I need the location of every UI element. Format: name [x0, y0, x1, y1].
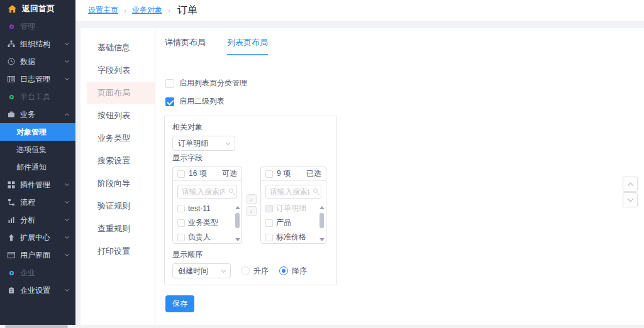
- sublist-config-box: 相关对象 订单明细 显示字段 16 项 可选: [164, 116, 337, 285]
- scroll-up-icon[interactable]: [235, 206, 240, 209]
- enable-category-checkbox[interactable]: 启用列表页分类管理: [165, 78, 644, 89]
- chevron-up-icon: [628, 183, 634, 189]
- sidebar-item-label: 流程: [20, 197, 35, 208]
- available-search-input[interactable]: [177, 185, 237, 199]
- settings-menu: 基础信息 字段列表 页面布局 按钮列表 业务类型 搜索设置 阶段向导 验证规则 …: [80, 28, 155, 325]
- move-right-button[interactable]: ›: [247, 194, 257, 204]
- scroll-down-icon[interactable]: [319, 238, 325, 241]
- scrollbar-thumb[interactable]: [319, 213, 324, 228]
- sidebar-item-label: 用户界面: [20, 250, 50, 261]
- scrollbar-thumb[interactable]: [235, 213, 240, 228]
- sidebar-item-plugin-management[interactable]: 插件管理: [0, 176, 75, 194]
- select-all-checkbox[interactable]: [177, 170, 185, 178]
- chevron-down-icon: [628, 196, 634, 202]
- radio-icon[interactable]: [241, 266, 250, 275]
- sidebar-item-object-management[interactable]: 对象管理: [0, 123, 75, 141]
- scroll-up-icon[interactable]: [319, 206, 325, 209]
- sidebar-item-process[interactable]: 流程: [0, 194, 75, 211]
- chevron-down-icon: [226, 141, 230, 145]
- item-checkbox[interactable]: [177, 205, 185, 212]
- tab-detail-page-layout[interactable]: 详情页布局: [165, 37, 206, 55]
- descending-radio[interactable]: 降序: [279, 266, 307, 276]
- available-header: 16 项 可选: [173, 167, 242, 181]
- menu-item-validation-rules[interactable]: 验证规则: [80, 195, 155, 217]
- sidebar-item-admin[interactable]: 管理: [0, 18, 75, 35]
- menu-item-dedup-rules[interactable]: 查重规则: [80, 217, 155, 240]
- related-object-select[interactable]: 订单明细: [172, 136, 235, 151]
- ascending-radio[interactable]: 升序: [241, 266, 269, 276]
- list-item-disabled: 订单明细: [265, 201, 318, 216]
- chevron-down-icon: [65, 287, 69, 292]
- sidebar-item-business[interactable]: 业务: [0, 106, 75, 123]
- breadcrumb-link-business-object[interactable]: 业务对象: [132, 5, 162, 16]
- chevron-down-icon: [221, 268, 226, 273]
- chevron-down-icon: [65, 182, 69, 186]
- list-item[interactable]: 产品: [265, 216, 318, 230]
- item-checkbox[interactable]: [265, 219, 273, 227]
- list-item[interactable]: 负责人: [177, 230, 234, 244]
- tab-list-page-layout[interactable]: 列表页布局: [227, 37, 268, 55]
- menu-item-stage-wizard[interactable]: 阶段向导: [80, 172, 155, 195]
- menu-item-business-type[interactable]: 业务类型: [80, 127, 155, 150]
- data-clock-icon: [8, 58, 15, 65]
- sidebar-item-org-structure[interactable]: 组织结构: [0, 35, 75, 53]
- list-item[interactable]: 标准价格: [265, 230, 318, 244]
- sidebar-item-data[interactable]: 数据: [0, 53, 75, 70]
- sidebar-item-extension-center[interactable]: 扩展中心: [0, 229, 75, 246]
- scrollbar-thumb[interactable]: [5, 325, 68, 328]
- chevron-down-icon: [65, 234, 69, 239]
- sidebar-item-label: 企业设置: [20, 285, 50, 296]
- menu-item-page-layout[interactable]: 页面布局: [87, 82, 155, 104]
- sidebar-item-label: 组织结构: [20, 39, 50, 50]
- sidebar-item-log-management[interactable]: 日志管理: [0, 70, 75, 88]
- select-all-checkbox[interactable]: [265, 170, 273, 178]
- display-order-select[interactable]: 创建时间: [172, 263, 231, 278]
- sidebar-item-email-notification[interactable]: 邮件通知: [0, 158, 75, 176]
- sidebar-item-enterprise-settings[interactable]: 企业设置: [0, 282, 75, 299]
- available-scrollbar[interactable]: [234, 205, 241, 243]
- menu-item-basic-info[interactable]: 基础信息: [80, 36, 155, 59]
- sidebar-item-enterprise[interactable]: 企业: [0, 264, 75, 282]
- item-checkbox[interactable]: [265, 234, 273, 241]
- chevron-down-icon: [65, 41, 69, 45]
- item-checkbox[interactable]: [177, 219, 185, 227]
- sidebar-item-label: 日志管理: [20, 74, 50, 85]
- sidebar-item-user-interface[interactable]: 用户界面: [0, 246, 75, 264]
- ring-icon: [8, 93, 15, 101]
- item-checkbox[interactable]: [177, 234, 185, 241]
- enable-sublist-checkbox[interactable]: 启用二级列表: [165, 96, 644, 107]
- list-item[interactable]: test-11: [177, 201, 234, 216]
- sidebar-item-label: 选项值集: [16, 145, 47, 155]
- menu-item-print-settings[interactable]: 打印设置: [80, 240, 155, 263]
- sidebar-item-analysis[interactable]: 分析: [0, 211, 75, 229]
- log-icon: [8, 75, 15, 83]
- sidebar-item-label: 邮件通知: [16, 162, 47, 173]
- sidebar-item-label: 管理: [20, 21, 35, 32]
- sidebar-item-label: 扩展中心: [20, 232, 50, 243]
- list-item[interactable]: 业务类型: [177, 216, 234, 230]
- sidebar-item-home[interactable]: 返回首页: [0, 0, 75, 18]
- save-button[interactable]: 保存: [165, 295, 194, 312]
- horizontal-scrollbar[interactable]: [0, 325, 644, 328]
- scroll-down-icon[interactable]: [235, 238, 240, 241]
- menu-item-search-settings[interactable]: 搜索设置: [80, 150, 155, 172]
- checkbox-checked-icon[interactable]: [165, 97, 174, 106]
- item-label: test-11: [188, 204, 211, 213]
- move-left-button[interactable]: ‹: [247, 206, 257, 216]
- breadcrumb-link-settings-home[interactable]: 设置主页: [88, 5, 118, 16]
- checkbox-unchecked-icon[interactable]: [165, 79, 174, 88]
- menu-item-field-list[interactable]: 字段列表: [80, 59, 155, 82]
- content-area: 详情页布局 列表页布局 启用列表页分类管理 启用二级列表 相关对象 订单明细 显…: [156, 28, 644, 325]
- scroll-to-bottom-button[interactable]: [623, 192, 638, 207]
- plugin-icon: [8, 181, 15, 189]
- menu-item-button-list[interactable]: 按钮列表: [80, 104, 155, 127]
- selected-tag: 已选: [306, 168, 321, 179]
- selected-list: 订单明细 产品 标准价格: [261, 200, 326, 244]
- sidebar-item-platform-tools[interactable]: 平台工具: [0, 88, 75, 106]
- selected-scrollbar[interactable]: [318, 205, 325, 243]
- ring-icon: [8, 269, 15, 276]
- scroll-to-top-button[interactable]: [623, 177, 638, 192]
- radio-selected-icon[interactable]: [279, 266, 288, 275]
- sidebar-item-option-value-set[interactable]: 选项值集: [0, 141, 75, 158]
- layout-tabs: 详情页布局 列表页布局: [165, 37, 644, 55]
